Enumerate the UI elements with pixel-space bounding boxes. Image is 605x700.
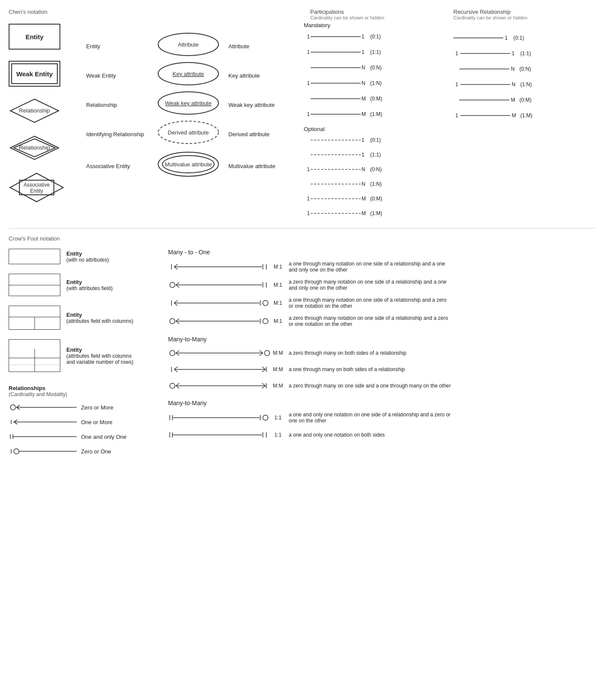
m1-notation-2: M:1	[271, 300, 284, 306]
recursive-title: Recursive Relationship	[453, 9, 596, 15]
identifying-diamond: Relationship	[9, 135, 60, 161]
svg-text:Relationship: Relationship	[19, 107, 50, 114]
one-or-more-label: One or More	[81, 419, 112, 425]
svg-point-38	[10, 405, 16, 410]
identifying-diamond-svg: Relationship	[9, 135, 59, 160]
svg-text:Weak key attribute: Weak key attribute	[165, 100, 211, 106]
opt-row-5: 1 M (1:M)	[304, 207, 448, 219]
rec-line-2	[458, 65, 510, 73]
attr-row-multivalue: Multivalue attribute	[157, 147, 228, 181]
weak-key-attribute-ellipse-svg: Weak key attribute	[157, 91, 220, 115]
svg-line-69	[174, 300, 178, 303]
cf-entity-body	[9, 285, 60, 296]
cf-entity-simple-label: Entity (with no attributes)	[66, 250, 109, 263]
associative-entity-shape: Associative Entity	[9, 172, 65, 203]
rec-line-5	[459, 111, 511, 120]
many-one-row-1: M:1 a zero through many notation on one …	[168, 279, 596, 291]
svg-point-61	[170, 282, 175, 288]
one-or-more-line	[9, 417, 78, 427]
svg-line-63	[176, 285, 179, 288]
svg-point-81	[263, 319, 268, 324]
m1-line-3	[168, 316, 271, 326]
svg-point-52	[14, 449, 19, 454]
chens-header: Chen's notation	[9, 9, 310, 20]
cf-entity-rows-header	[9, 339, 60, 349]
mm-line-1	[168, 364, 271, 375]
mm2-notation-0: 1:1	[271, 415, 284, 421]
opt-row-3: N (1:N)	[304, 178, 448, 190]
m1-line-0	[168, 262, 271, 272]
relationship-diamond-svg: Relationship	[9, 98, 59, 123]
chen-row-relationship: Relationship	[9, 96, 86, 125]
cf-rel-zero-or-one: Zero or One	[9, 447, 159, 456]
svg-text:Associative: Associative	[24, 182, 50, 188]
rec-line-1	[459, 49, 511, 58]
rec-line-4	[458, 96, 510, 104]
cf-entity-row-rows: Entity (attributes field with columns an…	[9, 339, 159, 372]
many-one-row-2: M:1 a one through many notation on one s…	[168, 297, 596, 309]
right-headers: Participations Cardinality can be shown …	[310, 9, 596, 20]
svg-line-102	[176, 386, 179, 388]
mm-desc-0: a zero through many on both sides of a r…	[289, 350, 406, 356]
chen-row-entity: Entity	[9, 22, 86, 51]
zero-or-one-line	[9, 447, 78, 456]
mm2-line-1	[168, 430, 271, 440]
m1-line-2	[168, 298, 271, 308]
part-line-optional-3	[310, 180, 362, 188]
part-row-0: 1 1 (0:1)	[304, 30, 448, 43]
crows-left: Entity (with no attributes) Entity (with…	[9, 249, 159, 461]
relationship-desc: Relationship	[86, 90, 157, 119]
crows-main-layout: Entity (with no attributes) Entity (with…	[9, 249, 596, 461]
zero-or-more-label: Zero or More	[81, 404, 113, 411]
mm2-row-0: 1:1 a one and only one notation on one s…	[168, 412, 596, 424]
main-container: Chen's notation Participations Cardinali…	[9, 9, 596, 461]
cf-rel-zero-or-more: Zero or More	[9, 403, 159, 412]
many-to-one-title: Many - to - One	[168, 249, 596, 256]
m1-desc-1: a zero through many notation on one side…	[289, 279, 452, 291]
svg-line-56	[174, 267, 178, 269]
svg-text:Attribute: Attribute	[178, 41, 199, 48]
multivalue-attribute-ellipse-svg: Multivalue attribute	[157, 151, 220, 177]
participations-section: Mandatory 1 1 (0:1) 1 1 (1:1)	[299, 22, 448, 219]
mm2-notation-1: 1:1	[271, 432, 284, 438]
rec-row-3: 1 N (1:N)	[452, 78, 597, 91]
rec-line-3	[459, 80, 511, 89]
svg-line-93	[174, 369, 178, 372]
m1-notation-3: M:1	[271, 318, 284, 324]
rec-row-1: 1 1 (1:1)	[452, 47, 597, 60]
cf-entity-simple	[9, 249, 60, 264]
zero-or-more-line	[9, 403, 78, 412]
recursive-header: Recursive Relationship Cardinality can b…	[453, 9, 596, 20]
chens-section: Entity Weak Entity Relationship	[9, 22, 596, 219]
cf-entity-attrs	[9, 274, 60, 296]
mm2-line-0	[168, 412, 271, 423]
m1-notation-1: M:1	[271, 282, 284, 288]
svg-line-87	[259, 350, 263, 353]
cf-rel-title: Relationships	[9, 385, 159, 391]
cf-entity-header	[9, 274, 60, 285]
part-row-5: 1 M (1:M)	[304, 108, 448, 121]
identifying-desc: Identifying Relationship	[86, 119, 157, 149]
part-row-3: 1 N (1:N)	[304, 77, 448, 90]
mm-line-2	[168, 381, 271, 391]
mm2-desc-1: a one and only one notation on both side…	[289, 432, 385, 438]
recursive-subtitle: Cardinality can be shown or hidden	[453, 15, 596, 20]
svg-point-82	[170, 350, 175, 356]
many-many-row-1: M:M a one through many on both sides of …	[168, 364, 596, 375]
cf-rel-subtitle: (Cardinality and Modality)	[9, 391, 159, 397]
svg-text:Derived attribute: Derived attribute	[168, 129, 209, 136]
cf-entity-row-simple: Entity (with no attributes)	[9, 249, 159, 264]
mm2-desc-0: a one and only one notation on one side …	[289, 412, 452, 424]
opt-row-4: 1 M (0:M)	[304, 193, 448, 205]
cf-entity-row-cols: Entity (attributes field with columns)	[9, 306, 159, 330]
mm-desc-2: a zero through many on one side and a on…	[289, 383, 451, 389]
mm-notation-1: M:M	[271, 366, 284, 372]
svg-text:Multivalue attribute: Multivalue attribute	[165, 161, 212, 168]
svg-point-75	[170, 319, 175, 324]
associative-desc: Associative Entity	[86, 149, 157, 183]
many-many-row-2: M:M a zero through many on one side and …	[168, 381, 596, 391]
rec-line-0	[452, 34, 504, 42]
cf-entity-rows-label: Entity (attributes field with columns an…	[66, 347, 135, 365]
chens-entity-descs: Entity Weak Entity Relationship Identify…	[86, 22, 157, 219]
chen-row-weak: Weak Entity	[9, 59, 86, 88]
